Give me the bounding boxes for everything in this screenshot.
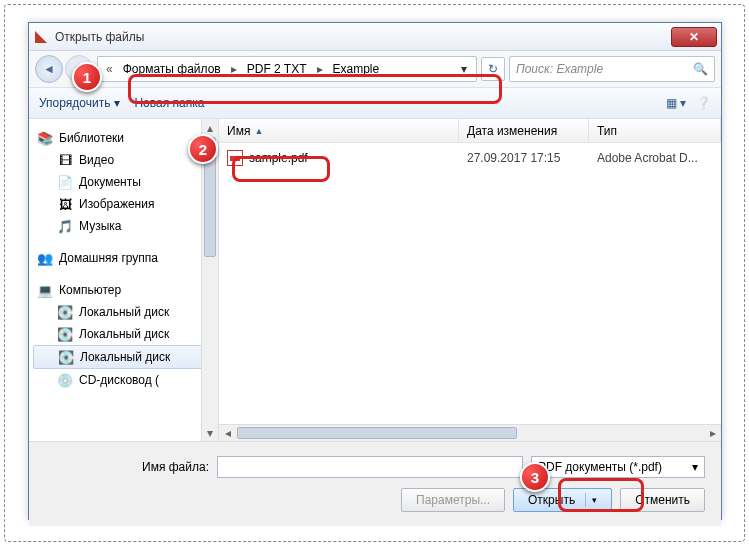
breadcrumb-root-icon: « <box>102 62 117 76</box>
sort-asc-icon: ▲ <box>254 126 263 136</box>
column-type[interactable]: Тип <box>589 119 721 142</box>
file-name: sample.pdf <box>249 151 308 165</box>
column-date[interactable]: Дата изменения <box>459 119 589 142</box>
documents-icon: 📄 <box>57 174 73 190</box>
annotation-marker-3: 3 <box>520 462 550 492</box>
organize-button[interactable]: Упорядочить ▾ <box>39 96 120 110</box>
open-button[interactable]: Открыть ▾ <box>513 488 612 512</box>
breadcrumb-seg-2[interactable]: PDF 2 TXT <box>241 62 313 76</box>
breadcrumb-seg-1[interactable]: Форматы файлов <box>117 62 227 76</box>
pdf-file-icon <box>227 150 243 166</box>
view-grid-icon: ▦ <box>666 96 677 110</box>
parameters-button[interactable]: Параметры... <box>401 488 505 512</box>
file-list: sample.pdf 27.09.2017 17:15 Adobe Acroba… <box>219 143 721 424</box>
sidebar-item-disk-3[interactable]: 💽Локальный диск <box>33 345 214 369</box>
filename-input[interactable] <box>217 456 523 478</box>
chevron-down-icon: ▾ <box>114 96 120 110</box>
breadcrumb-seg-3[interactable]: Example <box>327 62 386 76</box>
scroll-left-icon[interactable]: ◂ <box>219 425 236 441</box>
computer-icon: 💻 <box>37 282 53 298</box>
new-folder-button[interactable]: Новая папка <box>134 96 204 110</box>
sidebar-item-libraries[interactable]: 📚Библиотеки <box>33 127 214 149</box>
file-type: Adobe Acrobat D... <box>589 151 721 165</box>
search-icon[interactable]: 🔍 <box>693 62 708 76</box>
chevron-right-icon: ▸ <box>227 62 241 76</box>
annotation-marker-1: 1 <box>72 62 102 92</box>
horizontal-scrollbar[interactable]: ◂ ▸ <box>219 424 721 441</box>
file-row[interactable]: sample.pdf 27.09.2017 17:15 Adobe Acroba… <box>219 147 721 169</box>
file-date: 27.09.2017 17:15 <box>459 151 589 165</box>
sidebar-scrollbar[interactable]: ▴ ▾ <box>201 119 218 441</box>
file-area: Имя ▲ Дата изменения Тип sample.pdf 27.0… <box>219 119 721 441</box>
disk-icon: 💽 <box>57 304 73 320</box>
sidebar-item-cd[interactable]: 💿CD-дисковод ( <box>33 369 214 391</box>
breadcrumb[interactable]: « Форматы файлов ▸ PDF 2 TXT ▸ Example ▾ <box>97 56 477 82</box>
sidebar-item-music[interactable]: 🎵Музыка <box>33 215 214 237</box>
close-icon: ✕ <box>689 30 699 44</box>
disk-icon: 💽 <box>58 349 74 365</box>
homegroup-icon: 👥 <box>37 250 53 266</box>
column-name[interactable]: Имя ▲ <box>219 119 459 142</box>
search-placeholder: Поиск: Example <box>516 62 603 76</box>
view-mode-button[interactable]: ▦ ▾ <box>666 96 686 110</box>
chevron-right-icon: ▸ <box>313 62 327 76</box>
window-title: Открыть файлы <box>55 30 671 44</box>
chevron-down-icon: ▾ <box>592 495 597 505</box>
chevron-down-icon: ▾ <box>692 460 698 474</box>
sidebar-item-documents[interactable]: 📄Документы <box>33 171 214 193</box>
filename-label: Имя файла: <box>45 460 209 474</box>
back-arrow-icon: ◄ <box>43 62 55 76</box>
file-open-dialog: Открыть файлы ✕ ◄ ► « Форматы файлов ▸ P… <box>28 22 722 520</box>
titlebar: Открыть файлы ✕ <box>29 23 721 51</box>
sidebar: 📚Библиотеки 🎞Видео 📄Документы 🖼Изображен… <box>29 119 219 441</box>
file-list-header: Имя ▲ Дата изменения Тип <box>219 119 721 143</box>
close-button[interactable]: ✕ <box>671 27 717 47</box>
disk-icon: 💽 <box>57 326 73 342</box>
sidebar-item-video[interactable]: 🎞Видео <box>33 149 214 171</box>
help-button[interactable]: ❔ <box>696 96 711 110</box>
annotation-marker-2: 2 <box>188 134 218 164</box>
bottom-panel: Имя файла: PDF документы (*.pdf) ▾ Парам… <box>29 441 721 526</box>
refresh-icon: ↻ <box>488 62 498 76</box>
nav-bar: ◄ ► « Форматы файлов ▸ PDF 2 TXT ▸ Examp… <box>29 51 721 87</box>
libraries-icon: 📚 <box>37 130 53 146</box>
app-icon <box>33 29 49 45</box>
sidebar-item-images[interactable]: 🖼Изображения <box>33 193 214 215</box>
images-icon: 🖼 <box>57 196 73 212</box>
back-button[interactable]: ◄ <box>35 55 63 83</box>
sidebar-item-homegroup[interactable]: 👥Домашняя группа <box>33 247 214 269</box>
cd-icon: 💿 <box>57 372 73 388</box>
sidebar-item-disk-2[interactable]: 💽Локальный диск <box>33 323 214 345</box>
scroll-thumb[interactable] <box>237 427 517 439</box>
cancel-button[interactable]: Отменить <box>620 488 705 512</box>
toolbar: Упорядочить ▾ Новая папка ▦ ▾ ❔ <box>29 87 721 119</box>
sidebar-item-computer[interactable]: 💻Компьютер <box>33 279 214 301</box>
svg-marker-0 <box>35 31 47 43</box>
search-input[interactable]: Поиск: Example 🔍 <box>509 56 715 82</box>
chevron-down-icon: ▾ <box>680 96 686 110</box>
sidebar-item-disk-1[interactable]: 💽Локальный диск <box>33 301 214 323</box>
video-icon: 🎞 <box>57 152 73 168</box>
refresh-button[interactable]: ↻ <box>481 57 505 81</box>
breadcrumb-dropdown[interactable]: ▾ <box>456 62 472 76</box>
scroll-down-icon[interactable]: ▾ <box>202 424 218 441</box>
filetype-filter[interactable]: PDF документы (*.pdf) ▾ <box>531 456 705 478</box>
scroll-right-icon[interactable]: ▸ <box>704 425 721 441</box>
music-icon: 🎵 <box>57 218 73 234</box>
